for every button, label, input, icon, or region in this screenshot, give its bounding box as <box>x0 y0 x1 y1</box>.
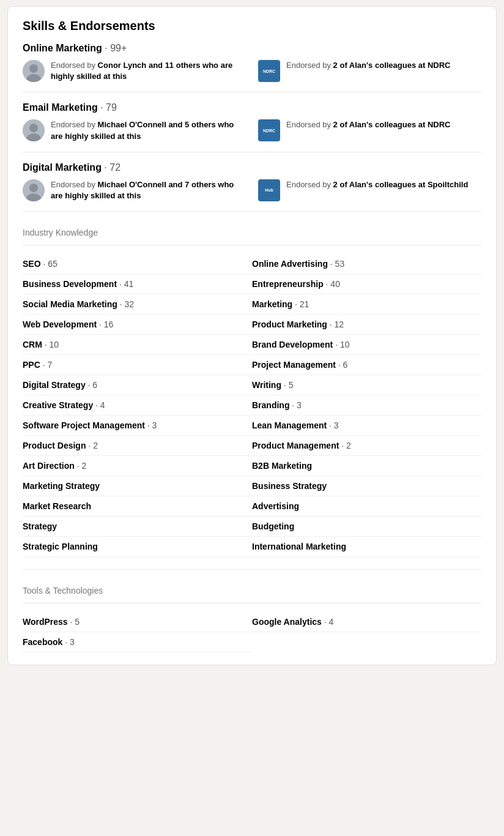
skill-item: Social Media Marketing · 32 <box>23 294 252 315</box>
skill-item: Marketing · 21 <box>252 294 481 315</box>
endorsement-text: Endorsed by Michael O'Connell and 7 othe… <box>51 179 246 201</box>
endorsement-text: Endorsed by 2 of Alan's colleagues at ND… <box>286 60 451 71</box>
skill-item: Strategic Planning <box>23 537 252 557</box>
skills-column-right: Online Advertising · 53Entrepreneurship … <box>252 254 481 557</box>
endorsement-item: Endorsed by Conor Lynch and 11 others wh… <box>23 60 246 82</box>
skill-item: B2B Marketing <box>252 456 481 476</box>
skill-item: Product Marketing · 12 <box>252 315 481 335</box>
skills-column-right: Google Analytics · 4 <box>252 612 481 652</box>
endorsement-item: NDRCEndorsed by 2 of Alan's colleagues a… <box>258 119 481 141</box>
endorsements-row: Endorsed by Michael O'Connell and 7 othe… <box>23 179 481 201</box>
skill-item: Software Project Management · 3 <box>23 416 252 436</box>
skills-column-left: SEO · 65Business Development · 41Social … <box>23 254 252 557</box>
tools-technologies-section: Tools & Technologies WordPress · 5Facebo… <box>23 569 481 652</box>
skill-item: Facebook · 3 <box>23 632 252 652</box>
industry-skills-grid: SEO · 65Business Development · 41Social … <box>23 254 481 557</box>
skill-name-label: Digital Marketing · 72 <box>23 162 481 173</box>
main-skill-item: Email Marketing · 79 Endorsed by Michael… <box>23 102 481 152</box>
skill-item: Product Design · 2 <box>23 436 252 456</box>
skill-name-label: Online Marketing · 99+ <box>23 43 481 54</box>
endorsement-item: HubEndorsed by 2 of Alan's colleagues at… <box>258 179 481 201</box>
endorsements-row: Endorsed by Conor Lynch and 11 others wh… <box>23 60 481 82</box>
main-skill-item: Digital Marketing · 72 Endorsed by Micha… <box>23 162 481 212</box>
skill-item: Business Development · 41 <box>23 274 252 294</box>
skill-item: Art Direction · 2 <box>23 456 252 476</box>
skill-item: Writing · 5 <box>252 375 481 395</box>
svg-point-4 <box>29 124 38 132</box>
skills-column-left: WordPress · 5Facebook · 3 <box>23 612 252 652</box>
skill-item: Creative Strategy · 4 <box>23 395 252 416</box>
skill-item: Digital Strategy · 6 <box>23 375 252 395</box>
endorsement-text: Endorsed by 2 of Alan's colleagues at Sp… <box>286 179 468 190</box>
skill-item: Entrepreneurship · 40 <box>252 274 481 294</box>
skill-item: Marketing Strategy <box>23 476 252 496</box>
skill-item: Web Development · 16 <box>23 315 252 335</box>
skill-item: Product Management · 2 <box>252 436 481 456</box>
skill-item: WordPress · 5 <box>23 612 252 632</box>
skill-item: PPC · 7 <box>23 355 252 375</box>
tools-title: Tools & Technologies <box>23 580 481 603</box>
endorsement-text: Endorsed by Michael O'Connell and 5 othe… <box>51 119 246 141</box>
main-skills-section: Online Marketing · 99+ Endorsed by Conor… <box>23 43 481 212</box>
skill-item: Business Strategy <box>252 476 481 496</box>
skill-item: CRM · 10 <box>23 335 252 355</box>
skill-item: Lean Management · 3 <box>252 416 481 436</box>
card-title: Skills & Endorsements <box>23 19 481 33</box>
company-badge: NDRC <box>258 119 280 141</box>
industry-knowledge-section: Industry Knowledge SEO · 65Business Deve… <box>23 222 481 557</box>
industry-knowledge-title: Industry Knowledge <box>23 222 481 245</box>
skill-item: Brand Development · 10 <box>252 335 481 355</box>
avatar <box>23 60 45 82</box>
main-skill-item: Online Marketing · 99+ Endorsed by Conor… <box>23 43 481 92</box>
svg-point-7 <box>29 184 38 192</box>
endorsement-item: NDRCEndorsed by 2 of Alan's colleagues a… <box>258 60 481 82</box>
skill-item: Google Analytics · 4 <box>252 612 481 632</box>
skill-item: Strategy <box>23 517 252 537</box>
skill-item: SEO · 65 <box>23 254 252 274</box>
skill-item: Online Advertising · 53 <box>252 254 481 274</box>
company-badge: NDRC <box>258 60 280 82</box>
avatar <box>23 119 45 141</box>
skill-item: Advertising <box>252 496 481 517</box>
endorsement-text: Endorsed by Conor Lynch and 11 others wh… <box>51 60 246 82</box>
skill-name-label: Email Marketing · 79 <box>23 102 481 113</box>
svg-point-1 <box>29 64 38 73</box>
company-badge: Hub <box>258 179 280 201</box>
tools-skills-grid: WordPress · 5Facebook · 3Google Analytic… <box>23 612 481 652</box>
endorsement-text: Endorsed by 2 of Alan's colleagues at ND… <box>286 119 451 130</box>
endorsements-row: Endorsed by Michael O'Connell and 5 othe… <box>23 119 481 141</box>
avatar <box>23 179 45 201</box>
skills-endorsements-card: Skills & Endorsements Online Marketing ·… <box>7 6 497 665</box>
endorsement-item: Endorsed by Michael O'Connell and 5 othe… <box>23 119 246 141</box>
skill-item: Budgeting <box>252 517 481 537</box>
skill-item: Branding · 3 <box>252 395 481 416</box>
endorsement-item: Endorsed by Michael O'Connell and 7 othe… <box>23 179 246 201</box>
skill-item: International Marketing <box>252 537 481 557</box>
skill-item: Market Research <box>23 496 252 517</box>
skill-item: Project Management · 6 <box>252 355 481 375</box>
